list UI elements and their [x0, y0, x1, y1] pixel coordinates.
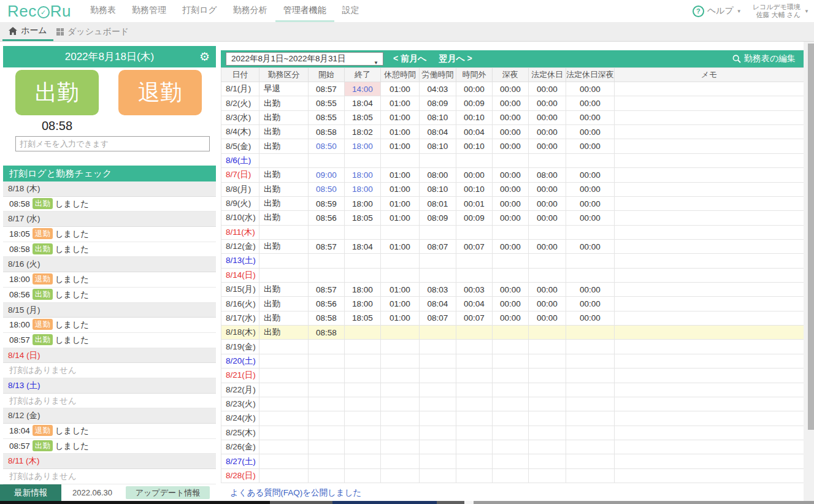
- cell-end: 18:00: [345, 139, 381, 153]
- cell-late-night: 00:00: [493, 239, 529, 253]
- log-date-header: 8/11 (木): [3, 454, 216, 469]
- cell-start: [309, 454, 345, 468]
- cell-date: 8/13(土): [221, 254, 259, 268]
- punch-log-list: 8/18 (木)08:58出勤しました8/17 (水)18:05退勤しました08…: [3, 181, 216, 484]
- log-entry-time: 08:58: [9, 199, 30, 208]
- gear-icon[interactable]: ⚙: [199, 46, 210, 67]
- cell-date: 8/1(月): [221, 82, 259, 96]
- cell-legal-holiday: 00:00: [529, 283, 566, 297]
- cell-date: 8/8(月): [221, 182, 259, 196]
- cell-start: 08:59: [309, 196, 345, 210]
- cell-work: 08:09: [420, 96, 456, 110]
- cell-end: [345, 153, 381, 167]
- cell-overtime: 00:00: [456, 82, 493, 96]
- tab-dashboard[interactable]: ダッシュボード: [50, 22, 135, 41]
- nav-item-5[interactable]: 設定: [334, 0, 367, 22]
- col-header-10: メモ: [615, 68, 804, 82]
- cell-late-night: [493, 440, 529, 454]
- punch-memo-input[interactable]: [15, 136, 210, 151]
- log-date-header: 8/14 (日): [3, 348, 216, 364]
- timesheet-body: 8/1(月)早退08:5714:0001:0004:0300:0000:0000…: [221, 82, 804, 483]
- scrollbar-thumb[interactable]: [808, 44, 814, 430]
- nav-item-3[interactable]: 勤務分析: [225, 0, 275, 22]
- cell-start: 08:57: [309, 239, 345, 253]
- clock-in-button[interactable]: 出勤: [15, 70, 99, 115]
- cell-start: 08:56: [309, 211, 345, 225]
- help-menu[interactable]: ? ヘルプ ▼: [693, 6, 742, 17]
- cell-break: [381, 225, 420, 239]
- nav-item-4[interactable]: 管理者機能: [275, 0, 334, 22]
- cell-legal-holiday: [529, 383, 566, 397]
- cell-legal-holiday-night: 00:00: [566, 283, 615, 297]
- cell-break: [381, 440, 420, 454]
- user-menu[interactable]: レコルデモ環境 佐藤 大輔 さん ▼: [753, 3, 809, 19]
- cell-memo: [615, 239, 804, 253]
- cell-start: [309, 340, 345, 354]
- timesheet-row: 8/28(日): [221, 468, 804, 483]
- tab-home[interactable]: ホーム: [2, 22, 53, 41]
- col-header-7: 深夜: [493, 68, 529, 82]
- cell-legal-holiday-night: [566, 454, 615, 468]
- cell-memo: [615, 454, 804, 468]
- cell-memo: [615, 354, 804, 368]
- cell-break: 01:00: [381, 96, 420, 110]
- nav-item-1[interactable]: 勤務管理: [124, 0, 174, 22]
- prev-month-button[interactable]: < 前月へ: [393, 53, 426, 64]
- clock-in-badge: 出勤: [33, 440, 53, 451]
- cell-date: 8/9(火): [221, 196, 259, 210]
- cell-overtime: 00:10: [456, 110, 493, 124]
- cell-worktype: 早退: [259, 82, 309, 96]
- cell-work: [420, 454, 456, 468]
- cell-legal-holiday: 00:00: [529, 239, 566, 253]
- period-select[interactable]: 2022年8月1日~2022年8月31日 ▼: [226, 52, 383, 66]
- cell-break: 01:00: [381, 311, 420, 325]
- log-date-header: 8/13 (土): [3, 378, 216, 394]
- clock-out-button[interactable]: 退勤: [118, 70, 202, 115]
- cell-break: [381, 254, 420, 268]
- cell-start: [309, 383, 345, 397]
- cell-overtime: 00:01: [456, 196, 493, 210]
- cell-work: 08:04: [420, 297, 456, 311]
- cell-memo: [615, 426, 804, 440]
- timesheet-table: 日付勤務区分開始終了休憩時間労働時間時間外深夜法定休日法定休日深夜メモ 8/1(…: [221, 67, 804, 483]
- edit-timesheet-link[interactable]: 勤務表の編集: [732, 50, 796, 67]
- cell-start: 08:57: [309, 283, 345, 297]
- cell-memo: [615, 168, 804, 182]
- faq-news-link[interactable]: よくある質問(FAQ)を公開しました: [230, 484, 361, 501]
- vertical-scrollbar[interactable]: [804, 42, 814, 501]
- cell-break: 01:00: [381, 110, 420, 124]
- cell-break: 01:00: [381, 82, 420, 96]
- log-no-punch: 打刻はありません: [3, 363, 216, 378]
- cell-break: 01:00: [381, 125, 420, 139]
- cell-break: [381, 340, 420, 354]
- log-entry-time: 08:58: [9, 245, 30, 254]
- log-entry: 18:00退勤しました: [3, 318, 216, 333]
- log-entry: 18:05退勤しました: [3, 227, 216, 242]
- chevron-down-icon: ▼: [804, 9, 809, 14]
- next-month-button[interactable]: 翌月へ >: [439, 53, 472, 64]
- cell-break: 01:00: [381, 283, 420, 297]
- cell-late-night: [493, 268, 529, 282]
- recoru-logo[interactable]: Rec ✓ Ru: [7, 2, 71, 21]
- recoru-app: Rec ✓ Ru 勤務表勤務管理打刻ログ勤務分析管理者機能設定 ? ヘルプ ▼ …: [0, 0, 814, 504]
- log-entry-suffix: しました: [55, 320, 89, 329]
- clock-in-badge: 出勤: [33, 243, 53, 254]
- cell-memo: [615, 411, 804, 426]
- cell-end: [345, 383, 381, 397]
- cell-worktype: 出勤: [259, 311, 309, 325]
- timesheet-row: 8/2(火)出勤08:5518:0401:0008:0900:0900:0000…: [221, 96, 804, 110]
- cell-memo: [615, 440, 804, 454]
- cell-end: [345, 368, 381, 383]
- cell-date: 8/12(金): [221, 239, 259, 253]
- cell-overtime: 00:10: [456, 182, 493, 196]
- cell-overtime: [456, 354, 493, 368]
- cell-work: [420, 426, 456, 440]
- cell-end: 18:05: [345, 110, 381, 124]
- nav-item-2[interactable]: 打刻ログ: [174, 0, 225, 22]
- punch-log-header: 打刻ログと勤務チェック: [3, 166, 216, 181]
- cell-legal-holiday: 00:00: [529, 196, 566, 210]
- cell-start: [309, 426, 345, 440]
- nav-item-0[interactable]: 勤務表: [82, 0, 124, 22]
- cell-memo: [615, 125, 804, 139]
- log-entry-suffix: しました: [55, 275, 89, 284]
